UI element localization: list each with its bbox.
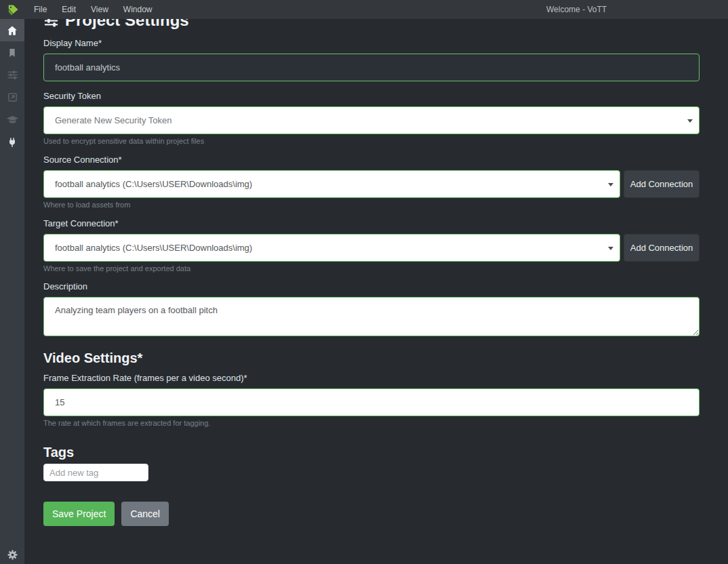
sidebar-item-connections[interactable] xyxy=(0,131,24,153)
target-connection-value: football analytics (C:\Users\USER\Downlo… xyxy=(55,243,252,253)
frame-rate-label: Frame Extraction Rate (frames per a vide… xyxy=(43,373,700,384)
bookmark-icon xyxy=(7,47,18,58)
display-name-label: Display Name* xyxy=(43,38,700,49)
chevron-down-icon xyxy=(608,183,613,186)
security-token-group: Security Token Generate New Security Tok… xyxy=(43,91,700,146)
frame-rate-help: The rate at which frames are extracted f… xyxy=(43,419,700,428)
security-token-label: Security Token xyxy=(43,91,700,102)
frame-rate-group: Frame Extraction Rate (frames per a vide… xyxy=(43,373,700,428)
sidebar-item-tags[interactable] xyxy=(0,41,24,64)
tags-heading: Tags xyxy=(43,444,700,460)
export-icon xyxy=(7,92,18,103)
vott-logo-tags-icon xyxy=(6,3,20,16)
source-connection-select[interactable]: football analytics (C:\Users\USER\Downlo… xyxy=(43,170,620,198)
cancel-button[interactable]: Cancel xyxy=(121,502,169,526)
gear-icon xyxy=(7,549,18,561)
graduation-cap-icon xyxy=(6,113,19,126)
target-connection-label: Target Connection* xyxy=(43,218,700,229)
menubar: File Edit View Window Welcome - VoTT xyxy=(0,0,728,19)
sidebar-item-project-settings[interactable] xyxy=(0,64,24,86)
display-name-input[interactable] xyxy=(43,54,700,81)
add-tag-input[interactable] xyxy=(43,464,148,481)
sidebar-item-home[interactable] xyxy=(0,19,24,41)
menu-window[interactable]: Window xyxy=(116,0,160,19)
home-icon xyxy=(6,24,18,37)
description-label: Description xyxy=(43,281,700,292)
target-connection-select[interactable]: football analytics (C:\Users\USER\Downlo… xyxy=(43,234,620,262)
sidebar xyxy=(0,19,24,564)
window-title: Welcome - VoTT xyxy=(546,0,607,19)
display-name-group: Display Name* xyxy=(43,38,700,81)
source-connection-label: Source Connection* xyxy=(43,155,700,165)
sliders-icon xyxy=(7,69,18,81)
target-connection-group: Target Connection* football analytics (C… xyxy=(43,218,700,273)
security-token-help: Used to encrypt sensitive data within pr… xyxy=(43,137,700,146)
menu-edit[interactable]: Edit xyxy=(54,0,83,19)
target-connection-help: Where to save the project and exported d… xyxy=(43,264,700,273)
sidebar-item-export[interactable] xyxy=(0,86,24,108)
security-token-value: Generate New Security Token xyxy=(55,115,171,125)
source-connection-help: Where to load assets from xyxy=(43,201,700,209)
sidebar-item-app-settings[interactable] xyxy=(0,549,24,561)
add-source-connection-button[interactable]: Add Connection xyxy=(624,170,700,198)
frame-rate-input[interactable] xyxy=(43,388,700,416)
video-settings-heading: Video Settings* xyxy=(43,350,700,366)
save-project-button[interactable]: Save Project xyxy=(43,502,115,526)
description-group: Description Analyzing team players on a … xyxy=(43,281,700,339)
menu-file[interactable]: File xyxy=(26,0,54,19)
form-actions: Save Project Cancel xyxy=(43,502,700,526)
plug-icon xyxy=(7,137,18,148)
source-connection-value: football analytics (C:\Users\USER\Downlo… xyxy=(55,179,252,189)
description-textarea[interactable]: Analyzing team players on a football pit… xyxy=(43,297,700,336)
sidebar-item-active-learning[interactable] xyxy=(0,108,24,131)
security-token-select[interactable]: Generate New Security Token xyxy=(43,106,700,134)
source-connection-group: Source Connection* football analytics (C… xyxy=(43,155,700,209)
menu-view[interactable]: View xyxy=(83,0,116,19)
chevron-down-icon xyxy=(608,247,613,250)
chevron-down-icon xyxy=(687,119,693,123)
add-target-connection-button[interactable]: Add Connection xyxy=(624,234,700,262)
project-settings-page: Project Settings Display Name* Security … xyxy=(24,0,728,545)
